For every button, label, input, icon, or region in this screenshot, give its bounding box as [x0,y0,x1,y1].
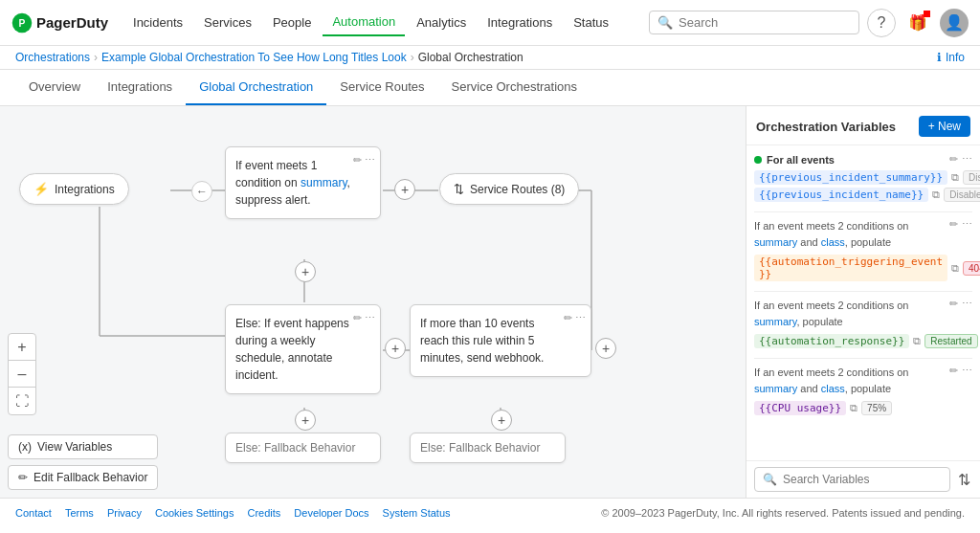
chip-prev-incident-name[interactable]: {{previous_incident_name}} [754,188,928,202]
divider1 [754,211,972,212]
footer-contact[interactable]: Contact [15,507,52,519]
rule3-more-icon[interactable]: ⋯ [575,310,586,326]
help-icon-btn[interactable]: ? [867,9,896,37]
footer-developer-docs[interactable]: Developer Docs [294,507,368,519]
section4-edit-icon[interactable]: ✏ [949,365,958,377]
section3-edit-icon[interactable]: ✏ [949,298,958,310]
integrations-node[interactable]: ⚡ Integrations [19,173,129,205]
nav-incidents[interactable]: Incidents [123,10,192,35]
footer-system-status[interactable]: System Status [383,507,451,519]
service-routes-node[interactable]: ⇅ Service Routes (8) [439,173,579,205]
sidebar-search-box[interactable]: 🔍 [754,467,950,492]
plus-connector-down2[interactable]: + [295,410,316,431]
view-variables-button[interactable]: (x) View Variables [8,434,158,459]
zoom-fit-button[interactable]: ⛶ [9,388,35,414]
chip-automation-triggering[interactable]: {{automation_triggering_event }} [754,255,947,281]
nav-automation[interactable]: Automation [323,9,405,36]
copy-icon-2[interactable]: ⧉ [932,189,940,201]
rule2-more-icon[interactable]: ⋯ [365,310,375,326]
pencil-icon: ✏ [18,471,28,484]
copy-icon-5[interactable]: ⧉ [850,402,858,414]
canvas-back-button[interactable]: ← [191,181,212,202]
var-section-1: For all events ✏ ⋯ {{previous_incident_s… [754,153,972,202]
zoom-in-button[interactable]: + [9,334,35,361]
breadcrumb-orchestrations[interactable]: Orchestrations [15,51,90,64]
nav-analytics[interactable]: Analytics [407,10,476,35]
breadcrumb-current: Global Orchestration [418,51,523,64]
nav-people[interactable]: People [263,10,321,35]
fallback1-text: Else: Fallback Behavior [235,441,355,455]
bottom-left-actions: (x) View Variables ✏ Edit Fallback Behav… [8,434,158,490]
rule1-more-icon[interactable]: ⋯ [365,152,375,168]
tab-integrations[interactable]: Integrations [94,70,186,105]
footer-cookies[interactable]: Cookies Settings [155,507,234,519]
sidebar-title: Orchestration Variables [756,120,896,134]
tab-overview[interactable]: Overview [15,70,94,105]
section2-more-icon[interactable]: ⋯ [962,218,972,231]
logo[interactable]: P PagerDuty [11,12,108,33]
status-404: 404 [963,261,980,276]
breadcrumb-example[interactable]: Example Global Orchestration To See How … [101,51,407,64]
service-routes-label: Service Routes (8) [470,183,565,196]
edit-fallback-button[interactable]: ✏ Edit Fallback Behavior [8,465,158,490]
plus-connector-down3[interactable]: + [491,410,512,431]
sort-icon[interactable]: ⇅ [956,469,972,491]
integrations-icon: ⚡ [33,182,49,196]
plus-connector-1[interactable]: + [394,179,415,200]
section4-more-icon[interactable]: ⋯ [962,365,972,377]
zoom-out-button[interactable]: – [9,361,35,388]
fallback-node-2[interactable]: Else: Fallback Behavior [410,433,566,463]
nav-status[interactable]: Status [564,10,618,35]
section1-edit-icon[interactable]: ✏ [949,153,958,166]
var-section-4: If an event meets 2 conditions on summar… [754,365,972,415]
sidebar-search-input[interactable] [783,473,942,486]
footer-terms[interactable]: Terms [65,507,94,519]
avatar[interactable]: 👤 [940,9,969,37]
rule-node-1: ✏ ⋯ If event meets 1 condition on summar… [225,146,381,219]
logo-icon: P [11,12,33,33]
footer-credits[interactable]: Credits [247,507,280,519]
top-nav: P PagerDuty Incidents Services People Au… [0,0,980,46]
nav-services[interactable]: Services [194,10,261,35]
search-input[interactable] [679,15,851,30]
chip-cpu-usage[interactable]: {{CPU usage}} [754,401,846,415]
section4-item1: {{CPU usage}} ⧉ 75% [754,401,972,415]
status-restarted: Restarted [924,334,977,348]
rule3-edit-icon[interactable]: ✏ [564,310,572,326]
tab-service-orchestrations[interactable]: Service Orchestrations [438,70,591,105]
new-button[interactable]: + New [919,116,970,137]
section3-item1: {{automation_response}} ⧉ Restarted [754,334,972,348]
info-label: Info [946,51,965,64]
gift-icon-btn[interactable]: 🎁 [903,9,932,37]
info-link[interactable]: ℹ Info [937,51,965,64]
copy-icon-3[interactable]: ⧉ [951,262,959,275]
rule-node-3: ✏ ⋯ If more than 10 events reach this ru… [410,304,591,377]
plus-connector-2[interactable]: + [385,338,406,359]
rule1-edit-icon[interactable]: ✏ [353,152,362,168]
status-disabled-1: Disabled [963,170,980,185]
sidebar-search-icon: 🔍 [763,473,777,486]
copy-icon-1[interactable]: ⧉ [951,171,959,184]
status-75: 75% [861,401,892,415]
edit-fallback-label: Edit Fallback Behavior [33,471,147,484]
copy-icon-4[interactable]: ⧉ [913,335,921,347]
plus-connector-3[interactable]: + [595,338,616,359]
plus-connector-down1[interactable]: + [295,261,316,282]
nav-integrations[interactable]: Integrations [478,10,562,35]
sidebar-scroll: For all events ✏ ⋯ {{previous_incident_s… [746,145,980,460]
search-icon: 🔍 [657,15,673,30]
tab-global-orchestration[interactable]: Global Orchestration [186,70,326,105]
chip-prev-incident-summary[interactable]: {{previous_incident_summary}} [754,170,947,185]
footer-privacy[interactable]: Privacy [107,507,142,519]
rule3-actions: ✏ ⋯ [564,310,586,326]
search-box[interactable]: 🔍 [649,11,859,34]
rule2-edit-icon[interactable]: ✏ [353,310,362,326]
section3-more-icon[interactable]: ⋯ [962,298,972,310]
section2-edit-icon[interactable]: ✏ [949,218,958,231]
fallback-node-1[interactable]: Else: Fallback Behavior [225,433,381,463]
section1-more-icon[interactable]: ⋯ [962,153,972,166]
zoom-controls: + – ⛶ [8,333,36,415]
chip-automation-response[interactable]: {{automation_response}} [754,334,909,348]
rule1-link[interactable]: summary [301,176,346,189]
tab-service-routes[interactable]: Service Routes [326,70,437,105]
